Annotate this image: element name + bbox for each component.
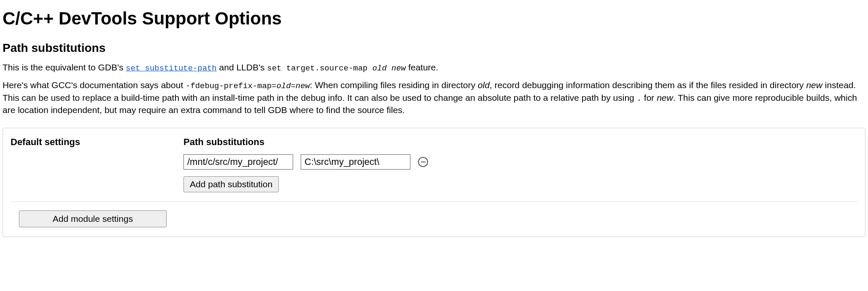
- gcc-flag-old: old: [276, 81, 291, 91]
- settings-panel: Default settings Path substitutions Add …: [3, 128, 865, 237]
- dir-old: old: [478, 80, 490, 90]
- intro-paragraph: This is the equivalent to GDB's set subs…: [3, 62, 865, 74]
- doc-text: Here's what GCC's documentation says abo…: [3, 80, 186, 90]
- path-substitutions-label: Path substitutions: [183, 136, 857, 148]
- dot-literal: .: [637, 94, 642, 103]
- intro-text: This is the equivalent to GDB's: [3, 62, 126, 72]
- remove-icon[interactable]: [418, 157, 428, 167]
- substitution-from-input[interactable]: [183, 154, 293, 170]
- section-title: Path substitutions: [3, 40, 865, 56]
- gcc-flag-new: new: [296, 81, 310, 91]
- gcc-flag: -fdebug-prefix-map=: [186, 81, 276, 91]
- intro-text: feature.: [406, 62, 438, 72]
- dir-new: new: [806, 80, 822, 90]
- doc-text: , record debugging information describin…: [490, 80, 806, 90]
- substitution-to-input[interactable]: [301, 154, 410, 170]
- doc-text: for: [642, 93, 657, 102]
- dir-new: new: [657, 93, 673, 102]
- add-path-substitution-button[interactable]: Add path substitution: [183, 176, 279, 192]
- gcc-doc-paragraph: Here's what GCC's documentation says abo…: [3, 79, 865, 116]
- lldb-arg-new: new: [391, 64, 406, 73]
- intro-text: and LLDB's: [217, 62, 267, 72]
- add-module-settings-button[interactable]: Add module settings: [19, 210, 167, 227]
- lldb-arg-sep: [387, 64, 391, 73]
- lldb-arg-old: old: [372, 64, 387, 73]
- page-title: C/C++ DevTools Support Options: [3, 7, 865, 31]
- default-settings-label: Default settings: [11, 136, 175, 148]
- substitution-row: [183, 154, 857, 170]
- doc-text: : When compiling files residing in direc…: [310, 80, 478, 90]
- gcc-flag-eq: =: [291, 81, 295, 91]
- divider: [11, 202, 857, 202]
- lldb-command: set target.source-map: [267, 64, 372, 73]
- gdb-set-substitute-path-link[interactable]: set substitute-path: [126, 64, 216, 73]
